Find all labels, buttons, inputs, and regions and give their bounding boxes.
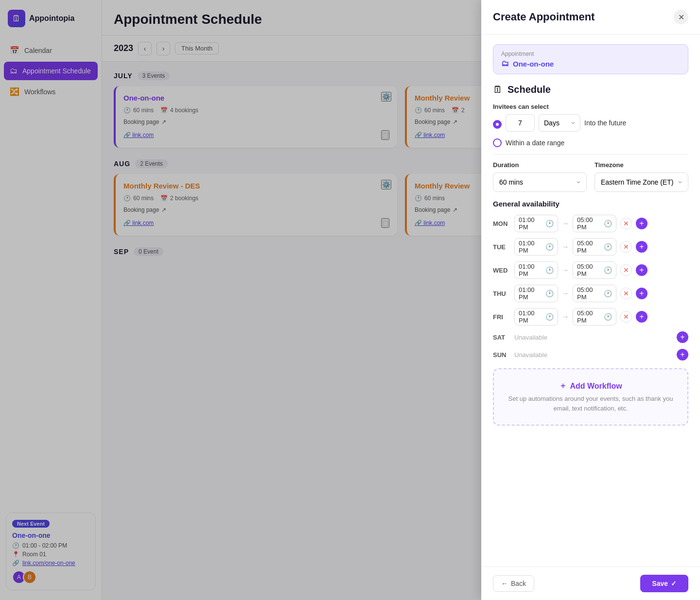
add-button[interactable]: + xyxy=(677,331,688,343)
save-button[interactable]: Save ✓ xyxy=(640,575,688,592)
appointment-value-icon: 🗂 xyxy=(501,59,509,68)
radio-unselected xyxy=(493,138,502,147)
end-time-input[interactable]: 05:00 PM 🕐 xyxy=(573,285,616,302)
remove-button[interactable]: ✕ xyxy=(620,218,632,229)
remove-button[interactable]: ✕ xyxy=(620,311,632,323)
clock-icon: 🕐 xyxy=(545,220,554,227)
availability-row-thu: THU 01:00 PM 🕐 → 05:00 PM 🕐 ✕ + xyxy=(493,285,688,302)
start-time-input[interactable]: 01:00 PM 🕐 xyxy=(514,261,558,279)
end-time-input[interactable]: 05:00 PM 🕐 xyxy=(573,261,616,279)
date-range-label: Within a date range xyxy=(506,139,564,147)
day-label: SUN xyxy=(493,351,510,359)
day-label: TUE xyxy=(493,243,510,251)
duration-label: Duration xyxy=(493,161,587,169)
availability-row-fri: FRI 01:00 PM 🕐 → 05:00 PM 🕐 ✕ + xyxy=(493,308,688,326)
day-label: WED xyxy=(493,267,510,274)
clock-icon: 🕐 xyxy=(604,220,612,227)
clock-icon: 🕐 xyxy=(545,243,554,251)
remove-button[interactable]: ✕ xyxy=(620,264,632,276)
arrow-icon: → xyxy=(562,266,569,274)
workflow-description: Set up automations around your events, s… xyxy=(506,394,676,413)
remove-button[interactable]: ✕ xyxy=(620,241,632,253)
add-button[interactable]: + xyxy=(636,288,648,299)
timezone-select[interactable]: Eastern Time Zone (ET) - UTC-5 Pacific T… xyxy=(595,172,688,192)
invitees-label: Invitees can select xyxy=(493,103,688,110)
plus-icon: ＋ xyxy=(559,381,567,391)
availability-row-wed: WED 01:00 PM 🕐 → 05:00 PM 🕐 ✕ + xyxy=(493,261,688,279)
appointment-value: 🗂 One-on-one xyxy=(501,59,680,68)
schedule-section-header: 🗓 Schedule xyxy=(493,84,688,95)
duration-group: Duration 60 mins 30 mins 15 mins xyxy=(493,161,587,192)
create-appointment-panel: Create Appointment ✕ Appointment 🗂 One-o… xyxy=(481,0,700,600)
add-button[interactable]: + xyxy=(636,311,648,323)
arrow-icon: → xyxy=(562,313,569,321)
start-time-input[interactable]: 01:00 PM 🕐 xyxy=(514,215,558,232)
duration-timezone-row: Duration 60 mins 30 mins 15 mins Timezon… xyxy=(493,161,688,192)
modal-body: Appointment 🗂 One-on-one 🗓 Schedule Invi… xyxy=(481,34,700,566)
start-time-input[interactable]: 01:00 PM 🕐 xyxy=(514,308,558,326)
workflow-add-label: ＋ Add Workflow xyxy=(506,381,676,391)
back-button[interactable]: ← Back xyxy=(493,575,534,592)
divider xyxy=(493,154,688,154)
remove-button[interactable]: ✕ xyxy=(620,288,632,299)
clock-icon: 🕐 xyxy=(545,266,554,274)
duration-select[interactable]: 60 mins 30 mins 15 mins xyxy=(493,172,587,192)
start-time-input[interactable]: 01:00 PM 🕐 xyxy=(514,238,558,256)
appointment-label: Appointment xyxy=(501,51,680,57)
modal-title: Create Appointment xyxy=(493,11,595,23)
back-arrow-icon: ← xyxy=(501,580,508,587)
days-select[interactable]: Days Weeks Months xyxy=(539,114,580,132)
future-text: Into the future xyxy=(584,119,626,127)
arrow-icon: → xyxy=(562,220,569,227)
days-input[interactable] xyxy=(506,114,535,132)
arrow-icon: → xyxy=(562,290,569,297)
workflow-box[interactable]: ＋ Add Workflow Set up automations around… xyxy=(493,368,688,426)
timezone-label: Timezone xyxy=(595,161,688,169)
day-label: THU xyxy=(493,290,510,297)
end-time-input[interactable]: 05:00 PM 🕐 xyxy=(573,308,616,326)
clock-icon: 🕐 xyxy=(545,290,554,297)
clock-icon: 🕐 xyxy=(604,290,612,297)
day-label: FRI xyxy=(493,313,510,321)
availability-row-sat: SAT Unavailable + xyxy=(493,331,688,343)
arrow-icon: → xyxy=(562,243,569,251)
day-label: MON xyxy=(493,220,510,227)
schedule-title: Schedule xyxy=(508,84,551,95)
radio-option-date-range[interactable]: Within a date range xyxy=(493,138,688,147)
end-time-input[interactable]: 05:00 PM 🕐 xyxy=(573,215,616,232)
add-button[interactable]: + xyxy=(636,264,648,276)
start-time-input[interactable]: 01:00 PM 🕐 xyxy=(514,285,558,302)
clock-icon: 🕐 xyxy=(604,266,612,274)
availability-row-sun: SUN Unavailable + xyxy=(493,349,688,360)
timezone-group: Timezone Eastern Time Zone (ET) - UTC-5 … xyxy=(595,161,688,192)
availability-row-mon: MON 01:00 PM 🕐 → 05:00 PM 🕐 ✕ + xyxy=(493,215,688,232)
clock-icon: 🕐 xyxy=(604,243,612,251)
modal-footer: ← Back Save ✓ xyxy=(481,566,700,600)
close-button[interactable]: ✕ xyxy=(674,10,688,24)
clock-icon: 🕐 xyxy=(545,313,554,321)
end-time-input[interactable]: 05:00 PM 🕐 xyxy=(573,238,616,256)
clock-icon: 🕐 xyxy=(604,313,612,321)
checkmark-icon: ✓ xyxy=(671,580,677,587)
add-button[interactable]: + xyxy=(636,218,648,229)
unavailable-text: Unavailable xyxy=(514,334,673,341)
days-input-row: Days Weeks Months Into the future xyxy=(506,114,626,132)
appointment-selector[interactable]: Appointment 🗂 One-on-one xyxy=(493,44,688,74)
modal-header: Create Appointment ✕ xyxy=(481,0,700,34)
schedule-icon: 🗓 xyxy=(493,84,503,95)
unavailable-text: Unavailable xyxy=(514,351,673,359)
day-label: SAT xyxy=(493,334,510,341)
radio-selected xyxy=(493,120,502,129)
add-button[interactable]: + xyxy=(677,349,688,360)
general-availability-title: General availability xyxy=(493,200,688,208)
availability-row-tue: TUE 01:00 PM 🕐 → 05:00 PM 🕐 ✕ + xyxy=(493,238,688,256)
radio-option-days[interactable]: Days Weeks Months Into the future xyxy=(493,114,688,135)
add-button[interactable]: + xyxy=(636,241,648,253)
